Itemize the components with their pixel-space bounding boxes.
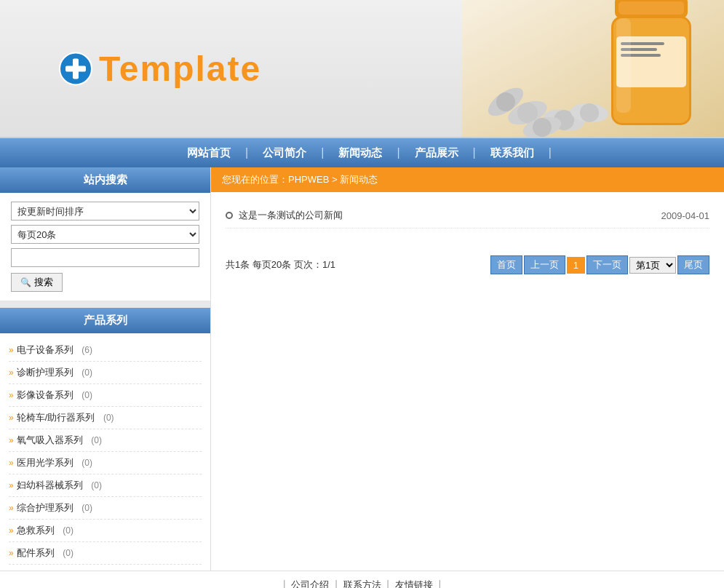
pagination-info: 共1条 每页20条 页次：1/1 xyxy=(226,258,335,271)
news-bullet-icon xyxy=(226,212,233,219)
product-item-label: 综合护理系列 xyxy=(17,501,73,514)
product-item-count: (0) xyxy=(81,390,92,400)
product-arrow-icon: » xyxy=(9,345,14,355)
news-item-left: 这是一条测试的公司新闻 xyxy=(226,209,343,222)
news-content: 这是一条测试的公司新闻 2009-04-01 xyxy=(211,192,724,239)
prev-page-button[interactable]: 上一页 xyxy=(524,255,565,274)
product-item-count: (0) xyxy=(63,548,73,558)
product-item-label: 影像设备系列 xyxy=(17,389,73,402)
logo-icon xyxy=(58,51,93,86)
first-page-button[interactable]: 首页 xyxy=(490,255,522,274)
search-icon: 🔍 xyxy=(20,277,31,287)
next-page-button[interactable]: 下一页 xyxy=(586,255,628,274)
nav-sep-2: | xyxy=(321,146,324,159)
search-input[interactable] xyxy=(11,248,199,267)
svg-rect-12 xyxy=(616,18,631,113)
footer-link-friends[interactable]: 友情链接 xyxy=(389,579,439,588)
nav-about[interactable]: 公司简介 xyxy=(248,138,321,167)
product-item-count: (0) xyxy=(63,525,73,536)
product-item-count: (0) xyxy=(91,480,102,490)
footer-link-contact[interactable]: 联系方法 xyxy=(338,579,387,588)
product-arrow-icon: » xyxy=(9,390,14,400)
nav-sep-1: | xyxy=(245,146,248,159)
product-item-count: (0) xyxy=(81,503,92,513)
news-title[interactable]: 这是一条测试的公司新闻 xyxy=(239,209,343,222)
nav-home[interactable]: 网站首页 xyxy=(172,138,245,167)
product-list-item[interactable]: »诊断护理系列 (0) xyxy=(9,362,202,384)
page-jump-select[interactable]: 第1页 xyxy=(629,257,676,274)
product-list-item[interactable]: »配件系列 (0) xyxy=(9,542,202,565)
product-list-item[interactable]: »急救系列 (0) xyxy=(9,520,202,542)
product-item-count: (0) xyxy=(81,458,92,468)
product-list: »电子设备系列 (6)»诊断护理系列 (0)»影像设备系列 (0)»轮椅车/助行… xyxy=(0,333,210,571)
nav-products[interactable]: 产品展示 xyxy=(400,138,473,167)
header: Template xyxy=(0,0,724,138)
sidebar-divider xyxy=(0,301,210,308)
product-item-label: 妇幼科器械系列 xyxy=(17,479,83,492)
product-item-label: 配件系列 xyxy=(17,547,55,560)
product-arrow-icon: » xyxy=(9,503,14,513)
product-arrow-icon: » xyxy=(9,368,14,378)
pagination-buttons: 首页 上一页 1 下一页 第1页 尾页 xyxy=(490,255,709,274)
svg-rect-5 xyxy=(618,1,684,15)
per-page-select[interactable]: 每页20条 每页10条 每页50条 xyxy=(11,225,199,244)
product-arrow-icon: » xyxy=(9,525,14,536)
footer: | 公司介绍 | 联系方法 | 友情链接 | 医疗设备生产企业网站 Copyri… xyxy=(0,571,724,588)
sidebar: 站内搜索 按更新时间排序 按时间正序 按浏览次数 每页20条 每页10条 每页5… xyxy=(0,167,211,571)
logo-text: Template xyxy=(99,49,261,89)
product-item-count: (0) xyxy=(103,413,114,423)
nav-bar: 网站首页 | 公司简介 | 新闻动态 | 产品展示 | 联系我们 | xyxy=(0,138,724,167)
main-layout: 站内搜索 按更新时间排序 按时间正序 按浏览次数 每页20条 每页10条 每页5… xyxy=(0,167,724,571)
product-list-item[interactable]: »综合护理系列 (0) xyxy=(9,497,202,520)
search-btn-label: 搜索 xyxy=(34,276,53,289)
logo[interactable]: Template xyxy=(58,49,261,89)
sort-select[interactable]: 按更新时间排序 按时间正序 按浏览次数 xyxy=(11,202,199,220)
product-item-label: 电子设备系列 xyxy=(17,343,73,357)
search-section-title: 站内搜索 xyxy=(0,167,210,193)
product-arrow-icon: » xyxy=(9,458,14,468)
footer-link-about[interactable]: 公司介绍 xyxy=(285,579,335,588)
svg-rect-2 xyxy=(65,65,86,71)
product-item-count: (0) xyxy=(81,368,92,378)
product-item-label: 急救系列 xyxy=(17,524,55,537)
product-item-label: 诊断护理系列 xyxy=(17,366,73,379)
search-button[interactable]: 🔍 搜索 xyxy=(11,273,63,292)
product-arrow-icon: » xyxy=(9,480,14,490)
search-box: 按更新时间排序 按时间正序 按浏览次数 每页20条 每页10条 每页50条 🔍 … xyxy=(0,193,210,301)
product-arrow-icon: » xyxy=(9,548,14,558)
nav-sep-3: | xyxy=(397,146,399,159)
last-page-button[interactable]: 尾页 xyxy=(677,255,709,274)
breadcrumb: 您现在的位置：PHPWEB > 新闻动态 xyxy=(211,167,724,192)
content-area: 您现在的位置：PHPWEB > 新闻动态 这是一条测试的公司新闻 2009-04… xyxy=(211,167,724,571)
product-item-label: 轮椅车/助行器系列 xyxy=(17,411,95,424)
products-section-title: 产品系列 xyxy=(0,308,210,333)
product-list-item[interactable]: »医用光学系列 (0) xyxy=(9,452,202,474)
nav-news[interactable]: 新闻动态 xyxy=(324,138,397,167)
product-list-item[interactable]: »影像设备系列 (0) xyxy=(9,384,202,407)
product-list-item[interactable]: »氧气吸入器系列 (0) xyxy=(9,429,202,452)
product-arrow-icon: » xyxy=(9,413,14,423)
nav-sep-4: | xyxy=(473,146,476,159)
news-date: 2009-04-01 xyxy=(661,210,710,221)
breadcrumb-text: 您现在的位置：PHPWEB > 新闻动态 xyxy=(222,173,378,186)
product-arrow-icon: » xyxy=(9,435,14,445)
product-item-label: 氧气吸入器系列 xyxy=(17,434,83,447)
product-item-label: 医用光学系列 xyxy=(17,456,73,469)
nav-contact[interactable]: 联系我们 xyxy=(476,138,549,167)
product-list-item[interactable]: »妇幼科器械系列 (0) xyxy=(9,474,202,497)
footer-links: | 公司介绍 | 联系方法 | 友情链接 | xyxy=(0,579,724,588)
product-list-item[interactable]: »轮椅车/助行器系列 (0) xyxy=(9,407,202,429)
header-decoration xyxy=(462,0,724,138)
news-item: 这是一条测试的公司新闻 2009-04-01 xyxy=(226,203,709,229)
current-page-button[interactable]: 1 xyxy=(567,257,585,274)
pagination-area: 共1条 每页20条 页次：1/1 首页 上一页 1 下一页 第1页 尾页 xyxy=(211,247,724,283)
product-item-count: (6) xyxy=(81,345,92,355)
nav-sep-5: | xyxy=(549,146,552,159)
product-item-count: (0) xyxy=(91,435,102,445)
product-list-item[interactable]: »电子设备系列 (6) xyxy=(9,339,202,362)
